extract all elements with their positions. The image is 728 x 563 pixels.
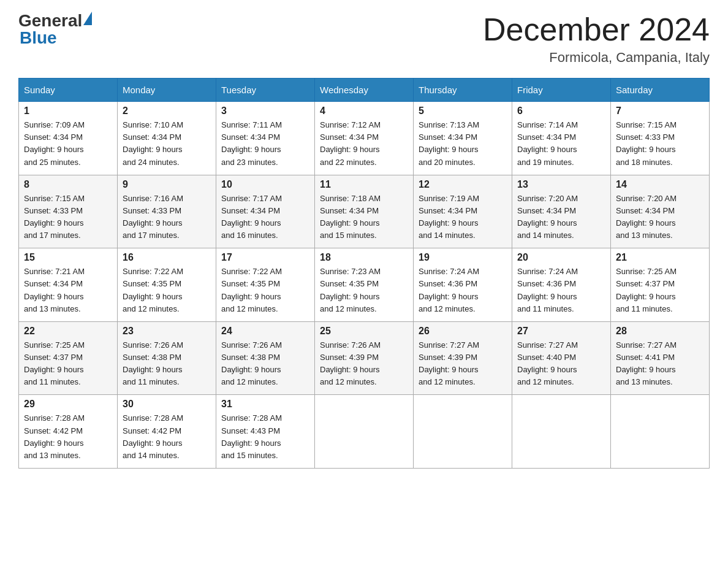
calendar-week-row: 15 Sunrise: 7:21 AMSunset: 4:34 PMDaylig… xyxy=(19,248,710,322)
table-row: 28 Sunrise: 7:27 AMSunset: 4:41 PMDaylig… xyxy=(611,321,710,395)
day-info: Sunrise: 7:14 AMSunset: 4:34 PMDaylight:… xyxy=(517,120,578,166)
day-number: 17 xyxy=(221,252,309,263)
day-number: 14 xyxy=(616,179,704,190)
day-number: 18 xyxy=(320,252,408,263)
col-saturday: Saturday xyxy=(611,79,710,102)
day-info: Sunrise: 7:27 AMSunset: 4:40 PMDaylight:… xyxy=(517,340,578,386)
table-row: 21 Sunrise: 7:25 AMSunset: 4:37 PMDaylig… xyxy=(611,248,710,322)
table-row: 3 Sunrise: 7:11 AMSunset: 4:34 PMDayligh… xyxy=(216,102,315,175)
day-info: Sunrise: 7:20 AMSunset: 4:34 PMDaylight:… xyxy=(616,194,677,240)
day-info: Sunrise: 7:12 AMSunset: 4:34 PMDaylight:… xyxy=(320,120,381,166)
col-thursday: Thursday xyxy=(414,79,512,102)
logo-general: General xyxy=(18,12,82,29)
day-info: Sunrise: 7:23 AMSunset: 4:35 PMDaylight:… xyxy=(320,267,381,313)
day-info: Sunrise: 7:16 AMSunset: 4:33 PMDaylight:… xyxy=(123,194,183,240)
day-info: Sunrise: 7:25 AMSunset: 4:37 PMDaylight:… xyxy=(616,267,677,313)
day-info: Sunrise: 7:20 AMSunset: 4:34 PMDaylight:… xyxy=(517,194,578,240)
day-number: 21 xyxy=(616,252,704,263)
table-row: 25 Sunrise: 7:26 AMSunset: 4:39 PMDaylig… xyxy=(315,321,414,395)
table-row xyxy=(315,395,414,469)
table-row: 15 Sunrise: 7:21 AMSunset: 4:34 PMDaylig… xyxy=(19,248,118,322)
day-number: 22 xyxy=(24,326,112,337)
logo-icon xyxy=(83,12,92,25)
day-info: Sunrise: 7:17 AMSunset: 4:34 PMDaylight:… xyxy=(221,194,282,240)
location-title: Formicola, Campania, Italy xyxy=(483,50,710,66)
day-number: 26 xyxy=(419,326,507,337)
day-info: Sunrise: 7:24 AMSunset: 4:36 PMDaylight:… xyxy=(517,267,578,313)
day-number: 6 xyxy=(517,105,605,117)
day-number: 23 xyxy=(123,326,211,337)
day-info: Sunrise: 7:25 AMSunset: 4:37 PMDaylight:… xyxy=(24,340,85,386)
col-tuesday: Tuesday xyxy=(216,79,315,102)
table-row: 17 Sunrise: 7:22 AMSunset: 4:35 PMDaylig… xyxy=(216,248,315,322)
day-number: 5 xyxy=(419,105,507,117)
day-info: Sunrise: 7:15 AMSunset: 4:33 PMDaylight:… xyxy=(616,120,677,166)
table-row: 8 Sunrise: 7:15 AMSunset: 4:33 PMDayligh… xyxy=(19,175,118,248)
table-row: 10 Sunrise: 7:17 AMSunset: 4:34 PMDaylig… xyxy=(216,175,315,248)
day-number: 1 xyxy=(24,105,112,117)
day-info: Sunrise: 7:19 AMSunset: 4:34 PMDaylight:… xyxy=(419,194,479,240)
table-row: 2 Sunrise: 7:10 AMSunset: 4:34 PMDayligh… xyxy=(118,102,216,175)
day-info: Sunrise: 7:15 AMSunset: 4:33 PMDaylight:… xyxy=(24,194,85,240)
day-info: Sunrise: 7:28 AMSunset: 4:42 PMDaylight:… xyxy=(123,413,183,459)
day-info: Sunrise: 7:28 AMSunset: 4:43 PMDaylight:… xyxy=(221,413,282,459)
day-number: 30 xyxy=(123,399,211,410)
calendar-week-row: 1 Sunrise: 7:09 AMSunset: 4:34 PMDayligh… xyxy=(19,102,710,175)
day-info: Sunrise: 7:26 AMSunset: 4:38 PMDaylight:… xyxy=(123,340,183,386)
day-info: Sunrise: 7:18 AMSunset: 4:34 PMDaylight:… xyxy=(320,194,381,240)
day-number: 20 xyxy=(517,252,605,263)
table-row: 16 Sunrise: 7:22 AMSunset: 4:35 PMDaylig… xyxy=(118,248,216,322)
calendar-week-row: 8 Sunrise: 7:15 AMSunset: 4:33 PMDayligh… xyxy=(19,175,710,248)
col-wednesday: Wednesday xyxy=(315,79,414,102)
table-row xyxy=(611,395,710,469)
day-number: 24 xyxy=(221,326,309,337)
calendar-header-row: Sunday Monday Tuesday Wednesday Thursday… xyxy=(19,79,710,102)
table-row: 23 Sunrise: 7:26 AMSunset: 4:38 PMDaylig… xyxy=(118,321,216,395)
day-info: Sunrise: 7:21 AMSunset: 4:34 PMDaylight:… xyxy=(24,267,85,313)
col-monday: Monday xyxy=(118,79,216,102)
day-number: 29 xyxy=(24,399,112,410)
table-row: 6 Sunrise: 7:14 AMSunset: 4:34 PMDayligh… xyxy=(512,102,611,175)
table-row: 1 Sunrise: 7:09 AMSunset: 4:34 PMDayligh… xyxy=(19,102,118,175)
table-row: 30 Sunrise: 7:28 AMSunset: 4:42 PMDaylig… xyxy=(118,395,216,469)
title-block: December 2024 Formicola, Campania, Italy xyxy=(483,12,710,66)
day-info: Sunrise: 7:11 AMSunset: 4:34 PMDaylight:… xyxy=(221,120,282,166)
day-number: 4 xyxy=(320,105,408,117)
day-number: 28 xyxy=(616,326,704,337)
day-info: Sunrise: 7:27 AMSunset: 4:39 PMDaylight:… xyxy=(419,340,479,386)
table-row: 11 Sunrise: 7:18 AMSunset: 4:34 PMDaylig… xyxy=(315,175,414,248)
day-info: Sunrise: 7:26 AMSunset: 4:39 PMDaylight:… xyxy=(320,340,381,386)
table-row: 29 Sunrise: 7:28 AMSunset: 4:42 PMDaylig… xyxy=(19,395,118,469)
day-number: 25 xyxy=(320,326,408,337)
day-info: Sunrise: 7:26 AMSunset: 4:38 PMDaylight:… xyxy=(221,340,282,386)
day-info: Sunrise: 7:22 AMSunset: 4:35 PMDaylight:… xyxy=(221,267,282,313)
day-info: Sunrise: 7:13 AMSunset: 4:34 PMDaylight:… xyxy=(419,120,479,166)
day-number: 12 xyxy=(419,179,507,190)
col-sunday: Sunday xyxy=(19,79,118,102)
day-number: 19 xyxy=(419,252,507,263)
day-number: 3 xyxy=(221,105,309,117)
table-row: 13 Sunrise: 7:20 AMSunset: 4:34 PMDaylig… xyxy=(512,175,611,248)
table-row: 26 Sunrise: 7:27 AMSunset: 4:39 PMDaylig… xyxy=(414,321,512,395)
day-number: 16 xyxy=(123,252,211,263)
day-info: Sunrise: 7:24 AMSunset: 4:36 PMDaylight:… xyxy=(419,267,479,313)
table-row: 24 Sunrise: 7:26 AMSunset: 4:38 PMDaylig… xyxy=(216,321,315,395)
day-number: 15 xyxy=(24,252,112,263)
day-number: 9 xyxy=(123,179,211,190)
calendar-week-row: 29 Sunrise: 7:28 AMSunset: 4:42 PMDaylig… xyxy=(19,395,710,469)
day-info: Sunrise: 7:28 AMSunset: 4:42 PMDaylight:… xyxy=(24,413,85,459)
day-number: 31 xyxy=(221,399,309,410)
day-number: 13 xyxy=(517,179,605,190)
page-header: General Blue December 2024 Formicola, Ca… xyxy=(18,12,710,66)
table-row: 31 Sunrise: 7:28 AMSunset: 4:43 PMDaylig… xyxy=(216,395,315,469)
day-number: 10 xyxy=(221,179,309,190)
day-info: Sunrise: 7:09 AMSunset: 4:34 PMDaylight:… xyxy=(24,120,85,166)
table-row: 20 Sunrise: 7:24 AMSunset: 4:36 PMDaylig… xyxy=(512,248,611,322)
table-row: 27 Sunrise: 7:27 AMSunset: 4:40 PMDaylig… xyxy=(512,321,611,395)
table-row: 18 Sunrise: 7:23 AMSunset: 4:35 PMDaylig… xyxy=(315,248,414,322)
day-info: Sunrise: 7:27 AMSunset: 4:41 PMDaylight:… xyxy=(616,340,677,386)
calendar-week-row: 22 Sunrise: 7:25 AMSunset: 4:37 PMDaylig… xyxy=(19,321,710,395)
day-number: 11 xyxy=(320,179,408,190)
day-number: 27 xyxy=(517,326,605,337)
table-row: 22 Sunrise: 7:25 AMSunset: 4:37 PMDaylig… xyxy=(19,321,118,395)
